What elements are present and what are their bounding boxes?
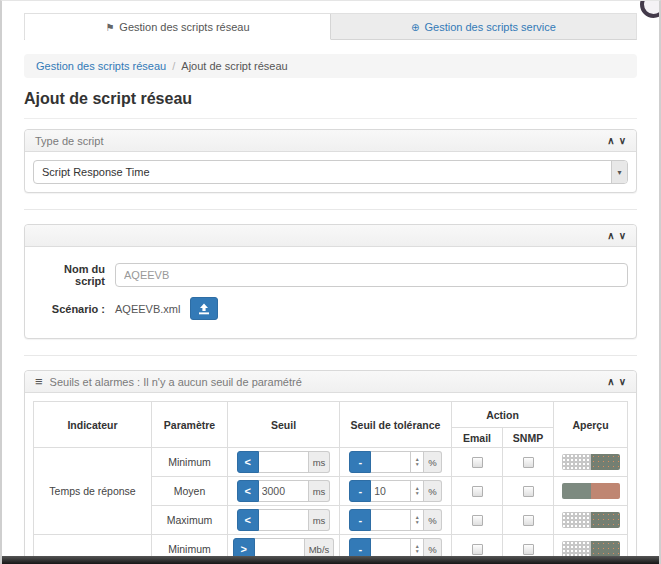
email-checkbox[interactable] [472,515,483,526]
tab-gestion-scripts-service[interactable]: ⊕Gestion des scripts service [331,14,636,39]
scenario-label: Scénario : [33,303,105,315]
collapse-up-icon[interactable]: ∧ [607,377,614,387]
tolerance-value-input[interactable] [371,451,411,473]
flag-icon: ⚑ [105,22,114,33]
email-checkbox[interactable] [472,544,483,555]
column-header-parametre: Paramètre [152,402,228,448]
column-header-seuil: Seuil [228,402,340,448]
threshold-preview-bar [562,512,620,528]
snmp-checkbox[interactable] [523,457,534,468]
tolerance-value-input[interactable] [371,480,411,502]
threshold-unit-addon: ms [309,509,331,531]
dropdown-arrow-icon[interactable]: ▾ [611,161,627,183]
script-type-selected-value: Script Response Time [34,166,611,178]
type-de-script-panel-header: Type de script ∧ ∨ [25,130,636,152]
threshold-preview-bar [562,541,620,557]
table-row: Temps de réponse Minimum < ms - [34,448,628,477]
seuils-et-alarmes-panel: ≡ Seuils et alarmes : Il n'y a aucun seu… [24,370,637,564]
breadcrumb-separator: / [172,60,175,72]
list-icon: ≡ [35,375,43,388]
script-info-panel: ∧ ∨ Nom du script Scénario : AQEEVB.xml [24,224,637,339]
globe-icon: ⊕ [411,22,419,33]
threshold-value-input[interactable] [259,509,309,531]
param-cell: Moyen [152,477,228,506]
threshold-value-input[interactable] [259,480,309,502]
tolerance-operator-button[interactable]: - [349,451,371,473]
section-divider [24,209,637,210]
threshold-unit-addon: ms [309,480,331,502]
panel-title: Type de script [35,135,103,147]
email-checkbox[interactable] [472,457,483,468]
column-header-email: Email [452,428,503,448]
threshold-preview-bar [562,483,620,499]
threshold-operator-button[interactable]: < [237,509,259,531]
number-spinner[interactable]: ▲▼ [411,480,424,502]
number-spinner[interactable]: ▲▼ [411,451,424,473]
collapse-down-icon[interactable]: ∨ [619,136,626,146]
breadcrumb-link-gestion[interactable]: Gestion des scripts réseau [36,60,166,72]
tab-bar: ⚑Gestion des scripts réseau ⊕Gestion des… [24,13,637,40]
column-header-apercu: Aperçu [554,402,628,448]
threshold-operator-button[interactable]: < [237,480,259,502]
tab-gestion-scripts-reseau[interactable]: ⚑Gestion des scripts réseau [25,14,331,40]
snmp-checkbox[interactable] [523,544,534,555]
email-checkbox[interactable] [472,486,483,497]
collapse-up-icon[interactable]: ∧ [607,231,614,241]
script-info-panel-header: ∧ ∨ [25,225,636,247]
type-de-script-panel: Type de script ∧ ∨ Script Response Time … [24,129,637,193]
column-header-snmp: SNMP [503,428,554,448]
tolerance-operator-button[interactable]: - [349,509,371,531]
seuils-panel-header: ≡ Seuils et alarmes : Il n'y a aucun seu… [25,371,636,393]
tolerance-unit-addon: % [424,480,441,502]
window-bottom-edge [2,556,659,564]
column-header-indicateur: Indicateur [34,402,152,448]
number-spinner[interactable]: ▲▼ [411,509,424,531]
script-type-select[interactable]: Script Response Time ▾ [33,160,628,184]
upload-scenario-button[interactable] [190,297,218,320]
collapse-up-icon[interactable]: ∧ [607,136,614,146]
tolerance-operator-button[interactable]: - [349,480,371,502]
scenario-file-name: AQEEVB.xml [115,303,180,315]
tab-label: Gestion des scripts réseau [119,21,249,33]
window-corner-indicator [640,0,661,18]
panel-title: Seuils et alarmes : Il n'y a aucun seuil… [50,376,302,388]
threshold-value-input[interactable] [259,451,309,473]
snmp-checkbox[interactable] [523,515,534,526]
section-divider [24,355,637,356]
upload-icon [198,303,210,315]
threshold-operator-button[interactable]: < [237,451,259,473]
param-cell: Minimum [152,448,228,477]
nom-du-script-input[interactable] [115,263,628,287]
thresholds-table: Indicateur Paramètre Seuil Seuil de tolé… [33,401,628,564]
breadcrumb: Gestion des scripts réseau/Ajout de scri… [24,54,637,78]
column-header-seuil-tolerance: Seuil de tolérance [340,402,452,448]
page-title: Ajout de script réseau [24,90,637,119]
nom-du-script-label: Nom du script [33,263,105,287]
collapse-down-icon[interactable]: ∨ [619,377,626,387]
tolerance-value-input[interactable] [371,509,411,531]
tolerance-unit-addon: % [424,451,441,473]
tolerance-unit-addon: % [424,509,441,531]
column-header-action: Action [452,402,554,428]
snmp-checkbox[interactable] [523,486,534,497]
tab-label: Gestion des scripts service [424,21,555,33]
indicator-cell-temps-de-reponse: Temps de réponse [34,448,152,535]
param-cell: Maximum [152,506,228,535]
threshold-unit-addon: ms [309,451,331,473]
threshold-preview-bar [562,454,620,470]
breadcrumb-current: Ajout de script réseau [181,60,287,72]
collapse-down-icon[interactable]: ∨ [619,231,626,241]
